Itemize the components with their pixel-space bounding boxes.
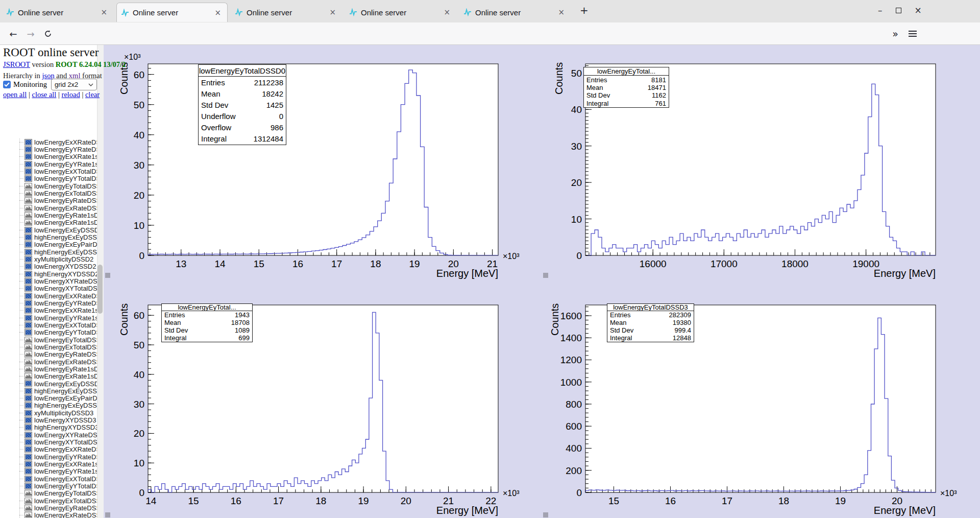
- tree-item-lowEnergyExXRate1sDSSD3[interactable]: lowEnergyExXRate1sDSSD3: [0, 460, 97, 467]
- tree-item-lowEnergyEyYRateDSSD1[interactable]: lowEnergyEyYRateDSSD1: [0, 146, 97, 153]
- histogram-2d-icon: [24, 271, 32, 277]
- tree-item-lowEnergyXYDSSD2[interactable]: lowEnergyXYDSSD2: [0, 263, 97, 270]
- app-menu-button[interactable]: [905, 27, 920, 41]
- tree-item-lowEnergyEyTotalDSSD2[interactable]: lowEnergyEyTotalDSSD2: [0, 336, 97, 343]
- sidebar-action-open-all[interactable]: open all: [3, 90, 27, 99]
- tab-close-icon[interactable]: ×: [212, 8, 223, 17]
- new-tab-button[interactable]: +: [580, 4, 589, 16]
- pad-lowEnergyEyTotalDSSD0[interactable]: 1314151617181920210102030405060×10³×10³E…: [118, 53, 520, 279]
- tree-item-lowEnergyEyYRate1sDSSD1[interactable]: lowEnergyEyYRate1sDSSD1: [0, 160, 97, 168]
- tree-item-highEnergyXYDSSD2[interactable]: highEnergyXYDSSD2: [0, 270, 97, 277]
- tree-item-lowEnergyExEyPairDSSD2[interactable]: lowEnergyExEyPairDSSD2: [0, 241, 97, 248]
- tree-item-lowEnergyExXTotalDSSD3[interactable]: lowEnergyExXTotalDSSD3: [0, 475, 97, 482]
- sidebar-action-clear[interactable]: clear: [85, 90, 100, 99]
- x-tick-label: 16: [665, 496, 676, 506]
- tree-item-lowEnergyXYTotalDSSD2[interactable]: lowEnergyXYTotalDSSD2: [0, 285, 97, 292]
- tree-item-lowEnergyEyTotalDSSD3[interactable]: lowEnergyEyTotalDSSD3: [0, 490, 97, 497]
- window-maximize-button[interactable]: [896, 8, 901, 13]
- window-minimize-button[interactable]: –: [878, 5, 883, 15]
- forward-button[interactable]: →: [23, 27, 38, 41]
- stats-box-lowEnergyEyTotalDSSD2[interactable]: lowEnergyEyTotal...Entries1943Mean18708S…: [161, 303, 253, 342]
- jsroot-link[interactable]: JSROOT: [3, 60, 30, 68]
- tab-online-server[interactable]: Online server×: [345, 3, 456, 22]
- tree-item-lowEnergyEyYRateDSSD3[interactable]: lowEnergyEyYRateDSSD3: [0, 453, 97, 460]
- overflow-menu-button[interactable]: »: [888, 27, 902, 41]
- histogram-1d-icon: [24, 219, 32, 226]
- tree-item-lowEnergyExRateDSSD1[interactable]: lowEnergyExRateDSSD1: [0, 204, 97, 211]
- tree-item-lowEnergyExRate1sDSSD1[interactable]: lowEnergyExRate1sDSSD1: [0, 219, 97, 226]
- tree-branch-line: [19, 288, 23, 289]
- tab-online-server[interactable]: Online server×: [231, 3, 342, 22]
- pad1-resize-handle[interactable]: [105, 273, 110, 278]
- tree-item-lowEnergyExXRate1sDSSD2[interactable]: lowEnergyExXRate1sDSSD2: [0, 307, 97, 314]
- tree-item-highEnergyXYDSSD3[interactable]: highEnergyXYDSSD3: [0, 424, 97, 431]
- tree-item-lowEnergyEyRate1sDSSD2[interactable]: lowEnergyEyRate1sDSSD2: [0, 365, 97, 372]
- tab-close-icon[interactable]: ×: [556, 8, 567, 17]
- window-close-button[interactable]: ×: [915, 5, 922, 15]
- tree-item-lowEnergyExXRate1sDSSD1[interactable]: lowEnergyExXRate1sDSSD1: [0, 153, 97, 160]
- tree-item-lowEnergyExEyDSSD3[interactable]: lowEnergyExEyDSSD3: [0, 380, 97, 387]
- tree-item-lowEnergyEyRateDSSD2[interactable]: lowEnergyEyRateDSSD2: [0, 351, 97, 358]
- tab-title: Online server: [475, 8, 556, 17]
- tab-online-server[interactable]: Online server×: [2, 3, 113, 22]
- stats-box-lowEnergyEyTotalDSSD1[interactable]: lowEnergyEyTotal...Entries8181Mean18471S…: [583, 67, 669, 108]
- tree-branch-line: [19, 325, 23, 325]
- histogram-1d-icon: [24, 351, 32, 358]
- back-button[interactable]: ←: [6, 27, 20, 41]
- tree-item-label: lowEnergyXYDSSD3: [34, 416, 96, 424]
- tab-close-icon[interactable]: ×: [442, 8, 452, 17]
- pad4-resize-handle[interactable]: [543, 512, 548, 517]
- tree-item-lowEnergyExXTotalDSSD1[interactable]: lowEnergyExXTotalDSSD1: [0, 168, 97, 175]
- tree-item-lowEnergyExEyPairDSSD3[interactable]: lowEnergyExEyPairDSSD3: [0, 394, 97, 402]
- tree-item-lowEnergyEyYTotalDSSD3[interactable]: lowEnergyEyYTotalDSSD3: [0, 482, 97, 489]
- tree-item-lowEnergyExTotalDSSD3[interactable]: lowEnergyExTotalDSSD3: [0, 497, 97, 504]
- histogram-2d-icon: [24, 285, 32, 292]
- tree-item-lowEnergyExRateDSSD3[interactable]: lowEnergyExRateDSSD3: [0, 512, 97, 518]
- tree-item-lowEnergyExXTotalDSSD2[interactable]: lowEnergyExXTotalDSSD2: [0, 321, 97, 328]
- tree-item-lowEnergyEyYRateDSSD2[interactable]: lowEnergyEyYRateDSSD2: [0, 299, 97, 307]
- tree-item-lowEnergyExRate1sDSSD2[interactable]: lowEnergyExRate1sDSSD2: [0, 373, 97, 380]
- tab-close-icon[interactable]: ×: [327, 8, 338, 17]
- tree-item-label: lowEnergyExXTotalDSSD3: [34, 475, 97, 483]
- tree-item-lowEnergyExXRateDSSD3[interactable]: lowEnergyExXRateDSSD3: [0, 446, 97, 453]
- tree-item-lowEnergyXYRateDSSD3[interactable]: lowEnergyXYRateDSSD3: [0, 431, 97, 438]
- stats-box-lowEnergyEyTotalDSSD0[interactable]: lowEnergyEyTotalDSSD0Entries2112238Mean1…: [198, 64, 286, 145]
- sidebar-action-close-all[interactable]: close all: [32, 90, 56, 99]
- tree-item-lowEnergyXYRateDSSD2[interactable]: lowEnergyXYRateDSSD2: [0, 277, 97, 285]
- tree-item-highEnergyExEyDSSDPair3[interactable]: highEnergyExEyDSSDPair3: [0, 402, 97, 409]
- pad2-resize-handle[interactable]: [543, 273, 548, 278]
- tree-item-highEnergyExEyDSSD2[interactable]: highEnergyExEyDSSD2: [0, 233, 97, 241]
- tree-item-lowEnergyExXRateDSSD2[interactable]: lowEnergyExXRateDSSD2: [0, 292, 97, 299]
- tree-item-highEnergyExEyDSSD3[interactable]: highEnergyExEyDSSD3: [0, 387, 97, 394]
- sidebar-action-reload[interactable]: reload: [62, 90, 80, 99]
- tree-item-lowEnergyExRateDSSD2[interactable]: lowEnergyExRateDSSD2: [0, 358, 97, 365]
- tree-item-highEnergyExEyDSSDPair2[interactable]: highEnergyExEyDSSDPair2: [0, 248, 97, 255]
- pad3-resize-handle[interactable]: [105, 512, 110, 517]
- tree-item-lowEnergyEyYRate1sDSSD3[interactable]: lowEnergyEyYRate1sDSSD3: [0, 468, 97, 475]
- tab-close-icon[interactable]: ×: [99, 8, 109, 17]
- tree-item-lowEnergyExEyDSSD2[interactable]: lowEnergyExEyDSSD2: [0, 226, 97, 233]
- tree-item-lowEnergyEyYTotalDSSD2[interactable]: lowEnergyEyYTotalDSSD2: [0, 329, 97, 336]
- monitoring-checkbox[interactable]: [3, 81, 11, 88]
- tree-item-lowEnergyEyYTotalDSSD1[interactable]: lowEnergyEyYTotalDSSD1: [0, 175, 97, 182]
- tree-item-lowEnergyXYDSSD3[interactable]: lowEnergyXYDSSD3: [0, 416, 97, 423]
- tab-online-server[interactable]: Online server×: [459, 3, 571, 22]
- sidebar-scrollbar-thumb[interactable]: [97, 265, 103, 314]
- tree-item-lowEnergyEyRateDSSD3[interactable]: lowEnergyEyRateDSSD3: [0, 504, 97, 511]
- tab-online-server[interactable]: Online server×: [116, 3, 228, 22]
- histogram-2d-icon: [24, 322, 32, 328]
- tree-item-lowEnergyExXRateDSSD1[interactable]: lowEnergyExXRateDSSD1: [0, 138, 97, 146]
- tree-item-lowEnergyEyTotalDSSD1[interactable]: lowEnergyEyTotalDSSD1: [0, 182, 97, 190]
- page-title: ROOT online server: [3, 46, 99, 59]
- tree-item-lowEnergyEyRate1sDSSD1[interactable]: lowEnergyEyRate1sDSSD1: [0, 211, 97, 219]
- tree-item-xyMultiplicityDSSD2[interactable]: xyMultiplicityDSSD2: [0, 255, 97, 263]
- tree-item-lowEnergyExTotalDSSD1[interactable]: lowEnergyExTotalDSSD1: [0, 190, 97, 197]
- tree-item-lowEnergyExTotalDSSD2[interactable]: lowEnergyExTotalDSSD2: [0, 343, 97, 350]
- tree-item-xyMultiplicityDSSD3[interactable]: xyMultiplicityDSSD3: [0, 409, 97, 416]
- reload-button[interactable]: [41, 27, 55, 41]
- grid-layout-select[interactable]: grid 2x2: [51, 79, 97, 90]
- tree-item-lowEnergyEyYRate1sDSSD2[interactable]: lowEnergyEyYRate1sDSSD2: [0, 314, 97, 321]
- stats-box-lowEnergyEyTotalDSSD3[interactable]: lowEnergyEyTotalDSSD3Entries282309Mean19…: [607, 303, 694, 342]
- tree-item-lowEnergyEyRateDSSD1[interactable]: lowEnergyEyRateDSSD1: [0, 197, 97, 204]
- tree-item-lowEnergyXYTotalDSSD3[interactable]: lowEnergyXYTotalDSSD3: [0, 438, 97, 445]
